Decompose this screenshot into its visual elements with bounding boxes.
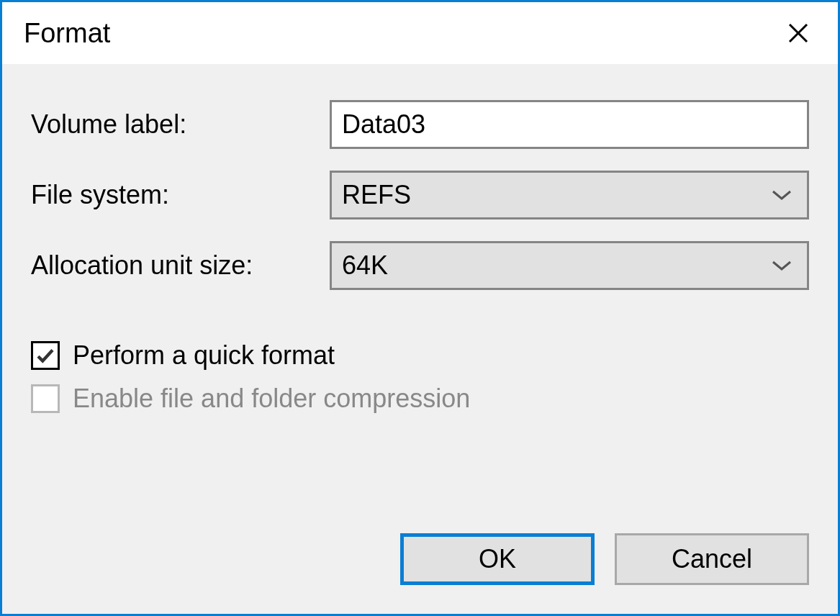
- close-button[interactable]: [780, 15, 816, 51]
- allocation-unit-select[interactable]: 64K: [330, 241, 809, 290]
- compression-label: Enable file and folder compression: [73, 384, 470, 414]
- file-system-label: File system:: [31, 180, 330, 210]
- dialog-title: Format: [24, 18, 110, 49]
- format-dialog: Format Volume label: File system: REFS A…: [0, 0, 840, 616]
- allocation-unit-value: 64K: [342, 250, 388, 281]
- chevron-down-icon: [771, 259, 792, 272]
- file-system-value: REFS: [342, 180, 411, 210]
- compression-checkbox: [31, 384, 60, 413]
- ok-button[interactable]: OK: [400, 533, 595, 585]
- quick-format-row: Perform a quick format: [31, 340, 809, 371]
- dialog-content: Volume label: File system: REFS Allocati…: [2, 64, 838, 614]
- chevron-down-icon: [771, 189, 792, 201]
- checkmark-icon: [35, 345, 56, 366]
- volume-label-input[interactable]: [330, 100, 809, 149]
- file-system-row: File system: REFS: [31, 171, 809, 219]
- compression-row: Enable file and folder compression: [31, 384, 809, 414]
- checkbox-section: Perform a quick format Enable file and f…: [31, 340, 809, 427]
- volume-label-text: Volume label:: [31, 109, 330, 140]
- close-icon: [785, 20, 811, 46]
- quick-format-label: Perform a quick format: [73, 340, 335, 371]
- titlebar: Format: [2, 2, 838, 64]
- allocation-unit-label: Allocation unit size:: [31, 250, 330, 281]
- cancel-button[interactable]: Cancel: [615, 533, 809, 585]
- file-system-select[interactable]: REFS: [330, 171, 809, 219]
- button-row: OK Cancel: [31, 533, 809, 585]
- quick-format-checkbox[interactable]: [31, 341, 60, 370]
- volume-label-row: Volume label:: [31, 100, 809, 149]
- allocation-unit-row: Allocation unit size: 64K: [31, 241, 809, 290]
